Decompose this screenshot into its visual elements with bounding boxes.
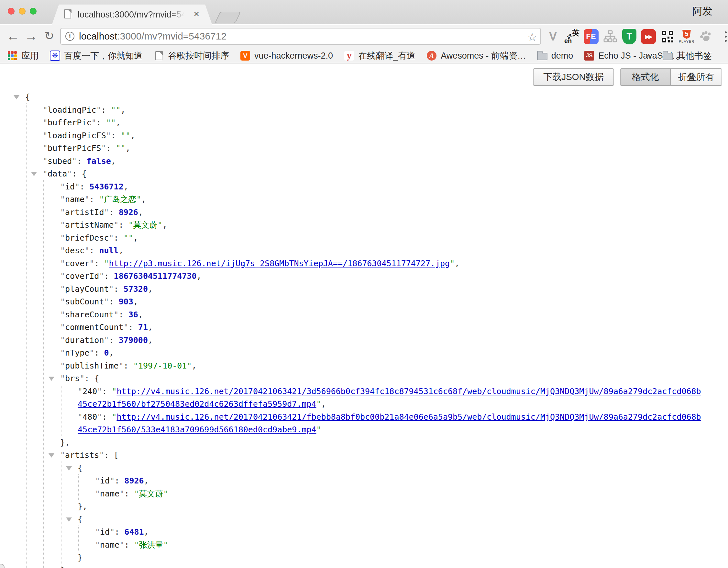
- json-string-value: 1997-10-01: [138, 361, 187, 371]
- address-bar[interactable]: i localhost:3000/mv?mvid=5436712 ☆: [60, 28, 541, 45]
- qr-code-icon[interactable]: [659, 28, 676, 46]
- html5-player-icon[interactable]: 5 PLAYER: [678, 28, 695, 46]
- vue-devtools-icon[interactable]: V: [545, 28, 561, 46]
- collapse-all-button[interactable]: 折叠所有: [670, 69, 722, 85]
- menu-dots-icon[interactable]: [717, 28, 728, 46]
- bookmark-item[interactable]: 谷歌按时间排序: [154, 50, 229, 61]
- json-quote: ": [95, 540, 100, 550]
- collapse-toggle-icon[interactable]: [49, 377, 54, 381]
- json-quote: ": [109, 284, 114, 294]
- json-key: loadingPicFS: [48, 131, 106, 140]
- collapse-toggle-icon[interactable]: [49, 453, 54, 458]
- json-punctuation: {: [94, 374, 99, 383]
- json-quote: "": [116, 143, 126, 153]
- bookmark-item[interactable]: 应用: [7, 50, 39, 61]
- json-quote: ": [60, 246, 65, 255]
- bookmark-item[interactable]: y在线翻译_有道: [344, 50, 415, 61]
- t-shield-icon[interactable]: T: [621, 28, 637, 46]
- forward-button[interactable]: →: [22, 27, 40, 45]
- fast-forward-icon[interactable]: ▶▶: [640, 28, 656, 46]
- json-link[interactable]: http://v4.music.126.net/20170421063421/3…: [78, 387, 701, 409]
- window-maximize-button[interactable]: [30, 8, 37, 15]
- bookmark-label: vue-hackernews-2.0: [254, 51, 333, 61]
- json-punctuation: [: [114, 451, 119, 460]
- format-button[interactable]: 格式化: [621, 69, 670, 85]
- collapse-toggle-icon[interactable]: [66, 466, 72, 471]
- json-punctuation: :: [109, 336, 119, 345]
- json-key: artists: [65, 451, 99, 460]
- bookmarks-overflow-chevron-icon[interactable]: »: [645, 50, 651, 61]
- collapse-toggle-icon[interactable]: [31, 172, 37, 176]
- tab-strip: localhost:3000/mv?mvid=543 × 阿发: [0, 0, 728, 24]
- json-quote: ": [60, 233, 65, 242]
- json-quote: ": [43, 131, 48, 140]
- json-punctuation: :: [89, 195, 99, 204]
- page-info-icon[interactable]: i: [65, 32, 74, 41]
- json-line: "playCount": 57320,: [0, 283, 685, 296]
- collapse-toggle-icon[interactable]: [14, 95, 19, 99]
- json-quote: ": [95, 489, 100, 498]
- profile-name[interactable]: 阿发: [692, 5, 712, 18]
- json-quote: ": [95, 527, 100, 537]
- json-punctuation: :: [128, 323, 138, 332]
- sitemap-icon[interactable]: [602, 28, 618, 46]
- json-line: {: [0, 462, 702, 475]
- bookmark-item[interactable]: AAwesomes - 前端资…: [426, 50, 526, 61]
- json-punctuation: :: [119, 310, 128, 319]
- json-quote: ": [60, 271, 65, 281]
- json-line: ]: [0, 564, 685, 568]
- json-key: 480: [83, 412, 97, 422]
- window-close-button[interactable]: [8, 8, 15, 15]
- paw-icon[interactable]: [698, 28, 714, 46]
- json-quote: ": [60, 182, 65, 191]
- bookmark-item[interactable]: ❋百度一下，你就知道: [50, 50, 143, 61]
- json-punctuation: :: [109, 207, 119, 217]
- json-key: id: [100, 476, 110, 485]
- json-quote: ": [97, 387, 102, 396]
- json-punctuation: ,: [148, 336, 153, 345]
- json-quote: ": [110, 527, 115, 537]
- json-quote: ": [60, 451, 65, 460]
- json-line: "nType": 0,: [0, 347, 685, 360]
- json-line: "data": {: [0, 167, 667, 180]
- bookmark-star-icon[interactable]: ☆: [527, 30, 537, 43]
- download-json-button[interactable]: 下载JSON数据: [533, 68, 614, 86]
- json-literal-value: null: [99, 246, 118, 255]
- json-quote: ": [72, 156, 77, 166]
- json-punctuation: :: [104, 451, 114, 460]
- json-punctuation: ,: [144, 476, 149, 485]
- json-punctuation: :: [94, 348, 104, 358]
- json-punctuation: ,: [192, 361, 196, 371]
- tab-close-icon[interactable]: ×: [193, 8, 199, 19]
- reload-button[interactable]: ↻: [40, 27, 58, 45]
- other-bookmarks-folder[interactable]: 其他书签: [663, 50, 712, 61]
- window-minimize-button[interactable]: [19, 8, 26, 15]
- json-punctuation: :: [104, 271, 114, 281]
- back-button[interactable]: ←: [4, 27, 22, 45]
- json-link[interactable]: http://v4.music.126.net/20170421063421/f…: [78, 412, 701, 435]
- bookmark-label: 在线翻译_有道: [358, 50, 415, 61]
- json-line: "publishTime": "1997-10-01",: [0, 360, 685, 373]
- json-link[interactable]: http://p3.music.126.net/ijUg7s_2S8GMbTNs…: [109, 259, 450, 268]
- fe-icon[interactable]: FE: [583, 28, 599, 46]
- json-quote: ": [106, 131, 111, 140]
- collapse-toggle-icon[interactable]: [66, 518, 72, 522]
- json-quote: ": [163, 540, 168, 550]
- json-punctuation: :: [72, 169, 82, 178]
- json-viewer: {"loadingPic": "","bufferPic": "","loadi…: [0, 91, 728, 568]
- bookmark-item[interactable]: Vvue-hackernews-2.0: [240, 50, 333, 61]
- json-line: "artistName": "莫文蔚",: [0, 218, 685, 231]
- json-punctuation: ,: [109, 348, 114, 358]
- json-key: duration: [65, 336, 104, 345]
- json-punctuation: ]: [60, 566, 65, 568]
- json-quote: ": [60, 374, 65, 383]
- new-tab-button[interactable]: [215, 12, 241, 23]
- json-punctuation: :: [80, 182, 89, 191]
- json-punctuation: }: [78, 553, 83, 562]
- browser-tab[interactable]: localhost:3000/mv?mvid=543 ×: [52, 5, 212, 25]
- json-line: "subed": false,: [0, 155, 667, 168]
- json-quote: ": [84, 195, 89, 204]
- bookmark-item[interactable]: demo: [537, 50, 573, 61]
- translate-icon[interactable]: 英 ⇄ en: [564, 28, 580, 46]
- json-quote: ": [99, 271, 104, 281]
